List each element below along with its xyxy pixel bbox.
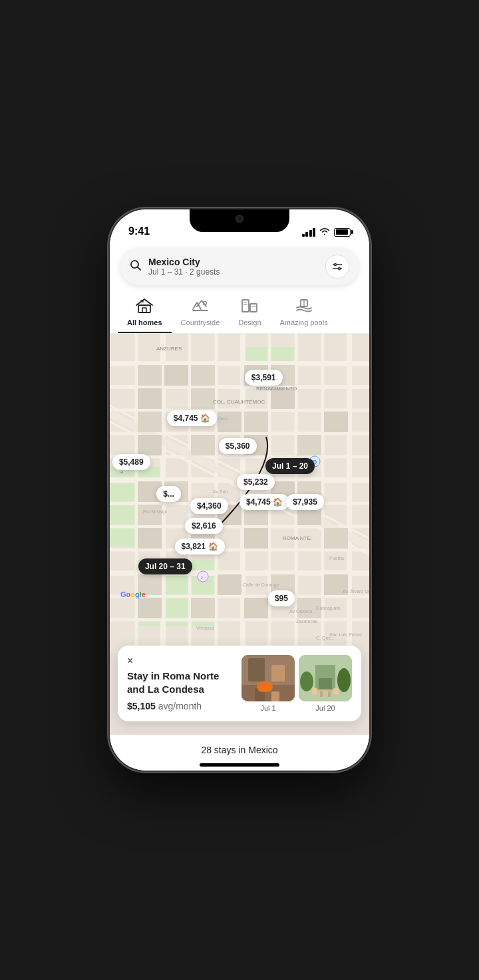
price-pin-5360[interactable]: $5,360 [219,438,257,454]
tab-amazing-pools[interactable]: Amazing pools [271,293,337,333]
price-pin-5232[interactable]: $5,232 [237,474,275,490]
tab-design[interactable]: Design [229,293,270,333]
svg-rect-57 [324,412,348,432]
search-bar[interactable]: Mexico City Jul 1 – 31 · 2 guests [120,248,359,285]
price-pin-small[interactable]: $... [156,486,181,502]
price-pin-2616[interactable]: $2,616 [185,518,223,534]
svg-rect-78 [138,598,162,618]
price-pin-3591[interactable]: $3,591 [245,370,283,386]
tab-all-homes-label: All homes [127,318,162,326]
price-pin-5360-label: $5,360 [226,441,250,451]
price-pin-jul1-20[interactable]: Jul 1 – 20 [265,458,315,474]
svg-rect-80 [244,598,268,618]
price-pin-4360-label: $4,360 [197,501,222,511]
card-image-2-label: Jul 20 [315,704,335,712]
svg-point-116 [300,672,313,691]
bottom-bar: 28 stays in Mexico [110,735,369,771]
status-time: 9:41 [128,225,150,237]
svg-rect-106 [248,658,265,681]
card-title: Stay in Roma Norte and La Condesa [127,670,234,695]
svg-rect-48 [191,365,215,386]
status-icons [302,227,351,237]
price-pin-4745-2[interactable]: $4,745 🏠 [240,494,289,510]
search-text: Mexico City Jul 1 – 31 · 2 guests [148,257,319,277]
card-image-1[interactable] [241,655,295,701]
stays-count: 28 stays in Mexico [110,741,369,759]
tab-countryside[interactable]: Countryside [172,293,230,333]
price-pin-3591-label: $3,591 [251,373,276,382]
filter-button[interactable] [325,255,349,279]
svg-rect-56 [244,412,268,432]
tab-all-homes[interactable]: All homes [118,293,172,333]
battery-icon [334,228,351,237]
price-pin-4745-1[interactable]: $4,745 🏠 [167,410,217,426]
svg-rect-75 [218,574,241,595]
tab-design-label: Design [238,318,261,326]
search-bar-container: Mexico City Jul 1 – 31 · 2 guests [110,243,369,293]
svg-rect-61 [297,435,321,455]
price-pin-4360[interactable]: $4,360 [190,498,228,514]
price-pin-3821[interactable]: $3,821 🏠 [175,539,225,554]
svg-rect-52 [191,388,215,409]
svg-rect-118 [317,689,333,691]
price-pin-7935[interactable]: $7,935 [286,494,324,510]
signal-bars-icon [302,228,316,237]
map-area[interactable]: Leibnitz ANZURES COL. RENACIMIENTO COL. … [110,334,369,735]
price-pin-jul20-31[interactable]: Jul 20 – 31 [138,558,192,574]
svg-text:RENACIMIENTO: RENACIMIENTO [256,386,297,392]
svg-rect-107 [271,665,285,681]
svg-rect-119 [320,691,323,697]
svg-text:Calle de Durango: Calle de Durango [243,582,279,588]
category-tabs: All homes Countryside [110,293,369,334]
price-pin-4745-1-label: $4,745 🏠 [174,414,210,423]
price-pin-jul20-31-label: Jul 20 – 31 [145,562,186,571]
price-pin-5232-label: $5,232 [243,477,268,487]
info-card: × Stay in Roma Norte and La Condesa $5,1… [118,646,361,721]
price-pin-3821-label: $3,821 🏠 [182,542,218,551]
svg-point-10 [203,302,206,305]
price-pin-5489-label: $5,489 [119,457,144,467]
svg-rect-58 [138,435,162,455]
search-location: Mexico City [148,257,319,267]
svg-text:Av Son...: Av Son... [213,489,232,494]
svg-rect-8 [138,305,150,312]
wifi-icon [319,227,330,237]
phone-screen: 9:41 [110,209,369,771]
svg-text:Av. Álvaro Obregón: Av. Álvaro Obregón [343,588,369,594]
svg-rect-122 [333,688,339,695]
camera [236,215,243,223]
svg-rect-12 [250,304,257,312]
card-price-unit: avg/month [158,701,202,711]
svg-rect-110 [271,691,279,701]
tab-amazing-pools-label: Amazing pools [280,318,328,326]
price-pin-7935-label: $7,935 [293,497,317,507]
tab-countryside-label: Countryside [181,318,220,326]
svg-text:Veracruz: Veracruz [196,626,215,630]
search-icon [130,259,142,274]
price-pin-small-label: $... [163,489,174,499]
svg-line-1 [138,267,141,271]
svg-rect-54 [138,412,162,432]
card-image-2[interactable] [299,655,352,701]
svg-text:Guanajuato: Guanajuato [316,606,340,611]
svg-rect-47 [164,365,188,386]
card-image-1-label: Jul 1 [260,704,275,712]
svg-rect-51 [138,388,162,409]
card-images: Jul 1 [241,655,352,712]
price-pin-5489[interactable]: $5,489 [112,454,150,470]
svg-rect-9 [142,308,146,312]
svg-rect-66 [138,505,162,525]
svg-rect-120 [328,691,331,697]
info-card-content: × Stay in Roma Norte and La Condesa $5,1… [127,655,234,711]
svg-rect-121 [312,688,317,695]
price-pin-95[interactable]: $95 [268,590,295,606]
svg-rect-55 [218,412,241,432]
close-button[interactable]: × [127,655,234,667]
svg-rect-70 [138,528,162,549]
price-pin-jul1-20-label: Jul 1 – 20 [272,461,308,471]
svg-rect-112 [258,683,271,691]
svg-rect-72 [244,528,268,549]
card-image-1-wrap: Jul 1 [241,655,295,712]
svg-rect-59 [191,435,215,455]
countryside-icon [192,299,209,316]
